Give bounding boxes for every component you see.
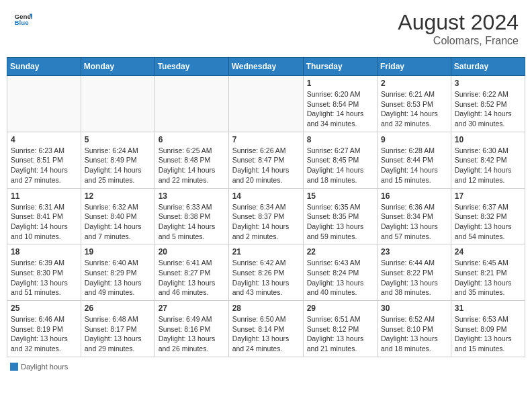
day-number: 12	[85, 191, 151, 201]
day-info: Sunrise: 6:32 AMSunset: 8:40 PMDaylight:…	[85, 202, 151, 242]
calendar-cell-w5-d2: 26Sunrise: 6:48 AMSunset: 8:17 PMDayligh…	[81, 301, 154, 357]
calendar-cell-w2-d1: 4Sunrise: 6:23 AMSunset: 8:51 PMDaylight…	[7, 132, 81, 188]
calendar-cell-w1-d2	[81, 76, 154, 132]
day-number: 9	[381, 135, 447, 144]
day-info: Sunrise: 6:46 AMSunset: 8:19 PMDaylight:…	[11, 314, 77, 354]
day-number: 22	[307, 247, 373, 257]
calendar-cell-w5-d1: 25Sunrise: 6:46 AMSunset: 8:19 PMDayligh…	[7, 301, 81, 357]
day-info: Sunrise: 6:26 AMSunset: 8:47 PMDaylight:…	[232, 146, 300, 185]
header-friday: Friday	[378, 58, 451, 76]
day-info: Sunrise: 6:53 AMSunset: 8:09 PMDaylight:…	[455, 314, 521, 354]
calendar-cell-w1-d4	[228, 76, 303, 132]
calendar-cell-w4-d2: 19Sunrise: 6:40 AMSunset: 8:29 PMDayligh…	[81, 244, 154, 301]
day-number: 31	[455, 304, 521, 313]
day-info: Sunrise: 6:48 AMSunset: 8:17 PMDaylight:…	[85, 314, 151, 354]
calendar-cell-w2-d4: 7Sunrise: 6:26 AMSunset: 8:47 PMDaylight…	[228, 132, 303, 188]
week-row-2: 4Sunrise: 6:23 AMSunset: 8:51 PMDaylight…	[7, 132, 525, 188]
calendar-cell-w2-d5: 8Sunrise: 6:27 AMSunset: 8:45 PMDaylight…	[303, 132, 377, 188]
calendar-cell-w3-d6: 16Sunrise: 6:36 AMSunset: 8:34 PMDayligh…	[378, 188, 451, 244]
day-number: 14	[232, 191, 300, 201]
calendar-cell-w4-d4: 21Sunrise: 6:42 AMSunset: 8:26 PMDayligh…	[228, 244, 303, 301]
legend: Daylight hours	[7, 363, 525, 372]
week-row-1: 1Sunrise: 6:20 AMSunset: 8:54 PMDaylight…	[7, 76, 525, 132]
day-number: 4	[11, 135, 77, 144]
legend-item: Daylight hours	[10, 363, 68, 371]
day-info: Sunrise: 6:39 AMSunset: 8:30 PMDaylight:…	[11, 258, 77, 298]
calendar-cell-w3-d3: 13Sunrise: 6:33 AMSunset: 8:38 PMDayligh…	[154, 188, 228, 244]
calendar-cell-w1-d1	[7, 76, 81, 132]
day-info: Sunrise: 6:44 AMSunset: 8:22 PMDaylight:…	[381, 258, 447, 298]
day-info: Sunrise: 6:25 AMSunset: 8:48 PMDaylight:…	[159, 146, 225, 185]
title-section: August 2024 Colomars, France	[398, 10, 519, 47]
day-number: 8	[307, 135, 373, 144]
day-info: Sunrise: 6:34 AMSunset: 8:37 PMDaylight:…	[232, 202, 300, 242]
day-info: Sunrise: 6:52 AMSunset: 8:10 PMDaylight:…	[381, 314, 447, 354]
calendar-cell-w1-d3	[154, 76, 228, 132]
calendar-cell-w3-d7: 17Sunrise: 6:37 AMSunset: 8:32 PMDayligh…	[451, 188, 525, 244]
legend-label: Daylight hours	[21, 363, 68, 371]
day-info: Sunrise: 6:51 AMSunset: 8:12 PMDaylight:…	[307, 314, 373, 354]
day-info: Sunrise: 6:28 AMSunset: 8:44 PMDaylight:…	[381, 146, 447, 185]
calendar-cell-w2-d7: 10Sunrise: 6:30 AMSunset: 8:42 PMDayligh…	[451, 132, 525, 188]
location: Colomars, France	[398, 35, 519, 47]
day-info: Sunrise: 6:22 AMSunset: 8:52 PMDaylight:…	[455, 89, 521, 129]
day-number: 21	[232, 247, 300, 257]
header-thursday: Thursday	[303, 58, 377, 76]
day-number: 6	[159, 135, 225, 144]
day-info: Sunrise: 6:23 AMSunset: 8:51 PMDaylight:…	[11, 146, 77, 185]
day-number: 1	[307, 79, 373, 88]
calendar-table: SundayMondayTuesdayWednesdayThursdayFrid…	[7, 57, 525, 357]
calendar-cell-w5-d3: 27Sunrise: 6:49 AMSunset: 8:16 PMDayligh…	[154, 301, 228, 357]
day-number: 27	[159, 304, 225, 313]
logo: General Blue	[13, 10, 32, 29]
day-number: 13	[159, 191, 225, 201]
day-info: Sunrise: 6:43 AMSunset: 8:24 PMDaylight:…	[307, 258, 373, 298]
week-row-4: 18Sunrise: 6:39 AMSunset: 8:30 PMDayligh…	[7, 244, 525, 301]
calendar-cell-w3-d5: 15Sunrise: 6:35 AMSunset: 8:35 PMDayligh…	[303, 188, 377, 244]
day-number: 5	[85, 135, 151, 144]
day-info: Sunrise: 6:31 AMSunset: 8:41 PMDaylight:…	[11, 202, 77, 242]
calendar-cell-w3-d2: 12Sunrise: 6:32 AMSunset: 8:40 PMDayligh…	[81, 188, 154, 244]
calendar-cell-w2-d2: 5Sunrise: 6:24 AMSunset: 8:49 PMDaylight…	[81, 132, 154, 188]
calendar-cell-w4-d7: 24Sunrise: 6:45 AMSunset: 8:21 PMDayligh…	[451, 244, 525, 301]
day-number: 2	[381, 79, 447, 88]
day-number: 10	[455, 135, 521, 144]
calendar-cell-w1-d5: 1Sunrise: 6:20 AMSunset: 8:54 PMDaylight…	[303, 76, 377, 132]
day-number: 30	[381, 304, 447, 313]
week-row-3: 11Sunrise: 6:31 AMSunset: 8:41 PMDayligh…	[7, 188, 525, 244]
day-info: Sunrise: 6:21 AMSunset: 8:53 PMDaylight:…	[381, 89, 447, 129]
day-number: 20	[159, 247, 225, 257]
logo-icon: General Blue	[13, 10, 32, 29]
header-sunday: Sunday	[7, 58, 81, 76]
day-number: 7	[232, 135, 300, 144]
day-info: Sunrise: 6:37 AMSunset: 8:32 PMDaylight:…	[455, 202, 521, 242]
calendar-cell-w3-d1: 11Sunrise: 6:31 AMSunset: 8:41 PMDayligh…	[7, 188, 81, 244]
calendar-cell-w4-d1: 18Sunrise: 6:39 AMSunset: 8:30 PMDayligh…	[7, 244, 81, 301]
day-info: Sunrise: 6:30 AMSunset: 8:42 PMDaylight:…	[455, 146, 521, 185]
day-number: 11	[11, 191, 77, 201]
calendar-cell-w1-d6: 2Sunrise: 6:21 AMSunset: 8:53 PMDaylight…	[378, 76, 451, 132]
calendar-cell-w3-d4: 14Sunrise: 6:34 AMSunset: 8:37 PMDayligh…	[228, 188, 303, 244]
day-number: 19	[85, 247, 151, 257]
calendar-cell-w4-d6: 23Sunrise: 6:44 AMSunset: 8:22 PMDayligh…	[378, 244, 451, 301]
day-info: Sunrise: 6:40 AMSunset: 8:29 PMDaylight:…	[85, 258, 151, 298]
day-number: 26	[85, 304, 151, 313]
day-info: Sunrise: 6:24 AMSunset: 8:49 PMDaylight:…	[85, 146, 151, 185]
day-info: Sunrise: 6:42 AMSunset: 8:26 PMDaylight:…	[232, 258, 300, 298]
calendar-cell-w1-d7: 3Sunrise: 6:22 AMSunset: 8:52 PMDaylight…	[451, 76, 525, 132]
day-number: 17	[455, 191, 521, 201]
day-number: 16	[381, 191, 447, 201]
day-number: 18	[11, 247, 77, 257]
calendar-cell-w5-d7: 31Sunrise: 6:53 AMSunset: 8:09 PMDayligh…	[451, 301, 525, 357]
header-wednesday: Wednesday	[228, 58, 303, 76]
day-number: 23	[381, 247, 447, 257]
day-info: Sunrise: 6:36 AMSunset: 8:34 PMDaylight:…	[381, 202, 447, 242]
day-info: Sunrise: 6:50 AMSunset: 8:14 PMDaylight:…	[232, 314, 300, 354]
day-info: Sunrise: 6:49 AMSunset: 8:16 PMDaylight:…	[159, 314, 225, 354]
day-number: 3	[455, 79, 521, 88]
day-info: Sunrise: 6:20 AMSunset: 8:54 PMDaylight:…	[307, 89, 373, 129]
page-header: General Blue August 2024 Colomars, Franc…	[7, 7, 525, 50]
day-info: Sunrise: 6:27 AMSunset: 8:45 PMDaylight:…	[307, 146, 373, 185]
day-number: 29	[307, 304, 373, 313]
calendar-cell-w2-d6: 9Sunrise: 6:28 AMSunset: 8:44 PMDaylight…	[378, 132, 451, 188]
